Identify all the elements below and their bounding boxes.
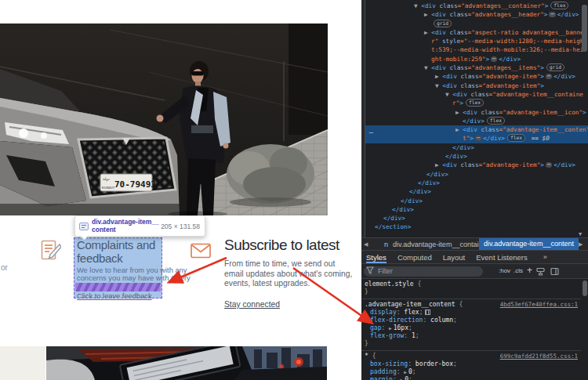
- css-property[interactable]: margin: ▶0;: [365, 376, 578, 380]
- css-property[interactable]: gap: ▶16px;: [365, 324, 578, 332]
- toggle-element-state-button[interactable]: :hov: [499, 267, 510, 274]
- element-classes-button[interactable]: .cls: [514, 267, 523, 274]
- flex-badge[interactable]: flex: [466, 99, 484, 107]
- tree-line[interactable]: t:539;--media-width-mobile:326;--media-h…: [365, 45, 588, 54]
- tree-line[interactable]: ▼ <div class="advantages__items">grid: [365, 63, 588, 72]
- css-selector[interactable]: .advantage-item__content: [365, 301, 456, 308]
- expand-triangle-icon[interactable]: ▶: [404, 369, 407, 375]
- flex-badge[interactable]: flex: [507, 134, 525, 142]
- semicolon: ;: [408, 376, 412, 380]
- breadcrumb-clipped[interactable]: n: [384, 241, 388, 248]
- property-value[interactable]: flex: [404, 309, 419, 316]
- css-property[interactable]: padding: ▶0;: [365, 368, 578, 376]
- inline-expand-icon[interactable]: ⋯: [546, 162, 552, 168]
- property-name[interactable]: flex-grow: [370, 332, 404, 339]
- tree-line[interactable]: ▶ <div class="aspect-ratio advantages__b…: [365, 28, 588, 37]
- tree-line[interactable]: ▼ <div class="advantage-item">: [365, 81, 588, 90]
- tree-line[interactable]: </div>: [365, 170, 588, 179]
- breadcrumb-scroll-right-icon[interactable]: ▶: [579, 241, 583, 248]
- tree-line[interactable]: </div>: [365, 152, 588, 161]
- screenshot-root: دولة KUWAIT 70-79493: [0, 0, 588, 380]
- tree-line-selected[interactable]: ▶ <div class="advantage-item__conten": [365, 125, 588, 134]
- subscribe-body: From time to time, we send outemail upda…: [224, 259, 342, 289]
- breadcrumb-item-content-selected[interactable]: div.advantage-item__content: [479, 238, 579, 250]
- tab-event-listeners[interactable]: Event Listeners: [476, 251, 527, 263]
- rendering-emulation-icon[interactable]: [536, 267, 545, 276]
- plate-number: 70-79493: [114, 179, 156, 190]
- tabs-overflow-icon[interactable]: »: [543, 253, 547, 261]
- subscribe-title: Subscribe to latest: [224, 237, 342, 254]
- css-selector[interactable]: element.style: [365, 280, 414, 288]
- property-value[interactable]: column: [430, 317, 453, 324]
- flex-badge[interactable]: flex: [550, 2, 568, 9]
- tree-line[interactable]: ▶ <div class="advantages__header">⋯</div…: [365, 10, 588, 19]
- elements-scrollbar[interactable]: [582, 5, 587, 52]
- tree-line[interactable]: r" style="--media-width:1280;--media-hei…: [365, 37, 588, 45]
- styles-scrollbar[interactable]: [583, 280, 587, 296]
- property-name[interactable]: display: [370, 309, 397, 316]
- elements-tree[interactable]: ▼ <div class="advantages__container">fle…: [365, 0, 588, 237]
- computed-sidebar-toggle-icon[interactable]: [550, 267, 559, 276]
- tree-line-selected[interactable]: t">⋯</div>flex == $0: [365, 134, 588, 143]
- tree-line[interactable]: ▼ <div class="advantage-item__containe: [365, 90, 588, 99]
- property-value[interactable]: 16px: [394, 324, 408, 331]
- inline-expand-icon[interactable]: ⋯: [475, 136, 481, 141]
- stay-connected-link[interactable]: Stay connected: [224, 300, 280, 309]
- stylesheet-source-link[interactable]: 699c9afdd21f8d55.css:1: [500, 353, 578, 360]
- inline-expand-icon[interactable]: ⋯: [546, 74, 552, 79]
- tree-line[interactable]: </div>flex: [365, 117, 588, 125]
- tab-layout[interactable]: Layout: [443, 251, 466, 263]
- property-name[interactable]: padding: [370, 368, 397, 375]
- css-property[interactable]: flex-direction: column;: [365, 317, 578, 324]
- stylesheet-source-link[interactable]: 4bd53ef67e40ffea.css:1: [500, 301, 578, 309]
- breadcrumb-item-container[interactable]: div.advantage-item__container: [393, 241, 488, 248]
- tree-line[interactable]: </div>: [365, 143, 588, 152]
- code-segment: >: [445, 171, 448, 178]
- styles-filter-input[interactable]: Filter: [364, 266, 483, 277]
- tree-line[interactable]: ▶ <div class="advantage-item">⋯</div>: [365, 161, 588, 169]
- property-name[interactable]: margin: [370, 376, 393, 380]
- new-style-rule-button[interactable]: +: [527, 265, 532, 276]
- expand-triangle-icon[interactable]: ▶: [401, 377, 404, 380]
- css-rule[interactable]: 4bd53ef67e40ffea.css:1.advantage-item__c…: [361, 299, 581, 351]
- tree-line[interactable]: r">flex: [365, 99, 588, 107]
- devtools-panel: ▼ <div class="advantages__container">fle…: [361, 0, 588, 380]
- flex-badge[interactable]: flex: [487, 117, 505, 125]
- flex-editor-icon[interactable]: [425, 309, 430, 315]
- inline-expand-icon[interactable]: ⋯: [549, 12, 555, 17]
- property-name[interactable]: box-sizing: [370, 360, 408, 367]
- inline-expand-icon[interactable]: ⋯: [491, 56, 497, 62]
- tab-computed[interactable]: Computed: [397, 251, 432, 263]
- property-name[interactable]: flex-direction: [370, 317, 423, 324]
- property-name[interactable]: gap: [370, 324, 381, 331]
- css-property[interactable]: box-sizing: border-box;: [365, 360, 578, 368]
- code-segment: div: [564, 11, 575, 18]
- tree-line[interactable]: </section>: [365, 223, 588, 231]
- css-property[interactable]: flex-grow: 1;: [365, 332, 578, 340]
- tree-line[interactable]: ▼ <div class="advantages__container">fle…: [365, 2, 588, 10]
- css-rule[interactable]: 699c9afdd21f8d55.css:1* {box-sizing: bor…: [361, 351, 581, 380]
- tree-line[interactable]: </div>: [365, 205, 588, 214]
- css-rule[interactable]: element.style {}: [361, 279, 581, 299]
- breadcrumb-scroll-left-icon[interactable]: ◀: [364, 241, 368, 248]
- inspected-element-highlight[interactable]: Complaints andfeedback We love to hear f…: [74, 237, 162, 299]
- code-segment: div: [399, 206, 410, 213]
- tree-line[interactable]: grid: [365, 20, 588, 28]
- tree-line[interactable]: </div>: [365, 214, 588, 223]
- tab-styles[interactable]: Styles: [366, 251, 387, 263]
- css-property[interactable]: display: flex;: [365, 309, 578, 317]
- expand-triangle-icon[interactable]: ▶: [389, 325, 392, 331]
- tree-line[interactable]: </div>: [365, 187, 588, 196]
- tree-line[interactable]: ▶ <div class="advantage-item__icon">⋯: [365, 108, 588, 117]
- grid-badge[interactable]: grid: [434, 20, 452, 27]
- scroll-overflow-icon[interactable]: ▼: [579, 231, 582, 237]
- tree-line[interactable]: </div>: [365, 197, 588, 205]
- complaints-feedback-link[interactable]: Click to leave feedback: [77, 292, 152, 300]
- tree-line[interactable]: </div>: [365, 179, 588, 187]
- tree-line[interactable]: ght-mobile:259">⋯</div>: [365, 55, 588, 63]
- code-segment: style: [438, 38, 460, 45]
- selected-row-more-icon[interactable]: ⋯: [369, 129, 372, 136]
- tree-line[interactable]: ▶ <div class="advantage-item">⋯</div>: [365, 72, 588, 81]
- grid-badge[interactable]: grid: [546, 63, 564, 71]
- property-value[interactable]: border-box: [416, 360, 453, 367]
